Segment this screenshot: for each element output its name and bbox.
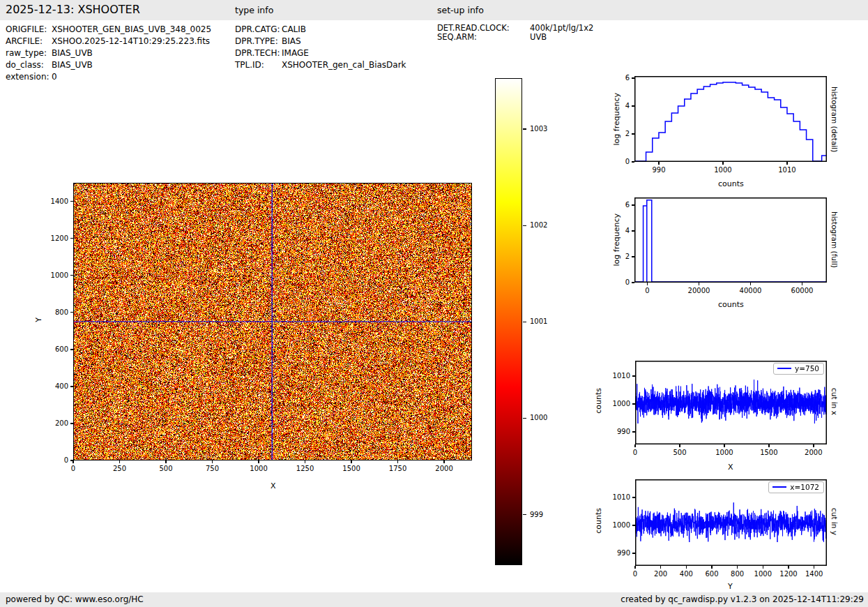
field-label: DPR.CATG: xyxy=(235,24,282,36)
field-value: CALIB xyxy=(282,24,306,34)
x-tick xyxy=(763,566,764,569)
cut-x-x-label: X xyxy=(728,463,733,472)
colorbar-gradient xyxy=(495,78,522,565)
main-y-axis-label: Y xyxy=(34,317,43,322)
colorbar-tick-label: 1003 xyxy=(530,125,547,133)
bias-image-canvas xyxy=(73,183,472,460)
x-tick-label: 1000 xyxy=(715,449,733,456)
y-tick xyxy=(70,275,73,276)
field-value: XSHOOTER_GEN_BIAS_UVB_348_0025 xyxy=(52,24,211,34)
field-label: SEQ.ARM: xyxy=(437,33,530,42)
colorbar-tick-label: 999 xyxy=(530,511,543,518)
hist-full-side-label: histogram (full) xyxy=(830,211,839,268)
field-value: BIAS_UVB xyxy=(52,48,93,58)
colorbar-tick xyxy=(523,514,526,516)
x-tick xyxy=(724,444,725,447)
y-tick-label: 990 xyxy=(617,549,630,557)
colorbar-tick-label: 1000 xyxy=(530,414,547,422)
x-tick xyxy=(814,566,815,569)
y-tick-label: 1200 xyxy=(51,234,68,242)
y-tick xyxy=(70,349,73,350)
y-tick-label: 1010 xyxy=(613,372,630,380)
x-tick xyxy=(660,566,662,569)
type-info-row: TPL.ID:XSHOOTER_gen_cal_BiasDark xyxy=(235,59,406,71)
y-tick-label: 990 xyxy=(617,428,630,435)
histogram-detail-plot: 990100010100246 xyxy=(634,76,827,162)
field-label: extension: xyxy=(6,71,52,83)
field-value: XSHOOTER_gen_cal_BiasDark xyxy=(282,60,406,70)
histogram-full-canvas xyxy=(634,197,827,283)
x-tick-label: 500 xyxy=(673,449,686,456)
bias-image-plot: 0250500750100012501500175020000200400600… xyxy=(73,183,472,460)
colorbar-tick xyxy=(523,418,526,419)
x-tick xyxy=(658,162,660,165)
x-tick-label: 20000 xyxy=(688,287,710,294)
field-label: do_class: xyxy=(6,59,52,71)
y-tick xyxy=(632,403,635,405)
x-tick-label: 1500 xyxy=(342,465,360,472)
x-tick-label: 1500 xyxy=(760,449,777,456)
section-header-setup-info: set-up info xyxy=(437,5,484,15)
y-tick xyxy=(632,256,634,257)
colorbar-tick-label: 1001 xyxy=(530,318,547,326)
x-tick-label: 1200 xyxy=(779,570,797,578)
field-label: ARCFILE: xyxy=(6,36,52,47)
histogram-detail-canvas xyxy=(634,76,827,162)
x-tick xyxy=(737,566,738,569)
x-tick-label: 200 xyxy=(654,570,667,578)
field-label: raw_type: xyxy=(6,47,52,59)
x-tick xyxy=(813,444,814,447)
setup-info-row: SEQ.ARM:UVB xyxy=(437,33,593,42)
x-tick xyxy=(699,283,700,285)
x-tick-label: 0 xyxy=(633,449,637,456)
x-tick xyxy=(397,460,399,463)
y-tick xyxy=(70,238,73,239)
field-label: TPL.ID: xyxy=(235,59,282,71)
file-info-row: ARCFILE:XSHOO.2025-12-14T10:29:25.223.fi… xyxy=(6,36,211,47)
field-value: 0 xyxy=(52,72,57,82)
legend-label: y=750 xyxy=(795,364,819,373)
y-tick-label: 4 xyxy=(625,227,630,234)
x-tick-label: 0 xyxy=(645,287,649,294)
x-tick-label: 1750 xyxy=(389,465,406,472)
y-tick xyxy=(632,497,635,498)
qc-report-page: 2025-12-13: XSHOOTER type info set-up in… xyxy=(0,0,868,607)
field-value: BIAS_UVB xyxy=(52,60,93,70)
y-tick-label: 6 xyxy=(625,74,630,82)
y-tick xyxy=(632,105,634,107)
y-tick xyxy=(632,230,634,232)
x-tick-label: 1400 xyxy=(805,570,823,578)
x-tick xyxy=(786,162,788,165)
x-tick-label: 250 xyxy=(113,465,126,472)
y-tick xyxy=(632,282,634,283)
colorbar-tick xyxy=(523,225,526,227)
hist-detail-y-label: log frequency xyxy=(612,93,621,145)
x-tick xyxy=(258,460,259,463)
y-tick xyxy=(632,77,634,79)
setup-info-block: DET.READ.CLOCK:400k/1pt/lg/1x2 SEQ.ARM:U… xyxy=(437,24,593,42)
y-tick xyxy=(632,204,634,206)
y-tick xyxy=(70,423,73,424)
page-title: 2025-12-13: XSHOOTER xyxy=(6,3,140,16)
file-info-row: extension:0 xyxy=(6,71,211,83)
y-tick xyxy=(632,161,634,163)
x-tick xyxy=(443,460,445,463)
x-tick-label: 1000 xyxy=(714,166,731,174)
field-value: XSHOO.2025-12-14T10:29:25.223.fits xyxy=(52,36,210,46)
x-tick-label: 0 xyxy=(71,465,75,472)
colorbar-tick xyxy=(523,128,526,130)
file-info-row: raw_type:BIAS_UVB xyxy=(6,47,211,59)
cut-x-side-label: cut in x xyxy=(830,388,839,415)
y-tick-label: 2 xyxy=(625,130,630,137)
x-tick xyxy=(768,444,770,447)
cut-in-y-plot: x=1072 020040060080010001200140099010001… xyxy=(635,479,827,566)
x-tick-label: 500 xyxy=(159,465,172,472)
x-tick-label: 1000 xyxy=(250,465,267,472)
x-tick-label: 1000 xyxy=(754,570,772,578)
y-tick-label: 0 xyxy=(625,278,630,286)
cut-in-y-legend: x=1072 xyxy=(768,481,824,493)
y-tick xyxy=(70,312,73,313)
y-tick-label: 1010 xyxy=(613,493,630,501)
x-tick-label: 0 xyxy=(633,570,637,578)
y-tick xyxy=(70,386,73,387)
